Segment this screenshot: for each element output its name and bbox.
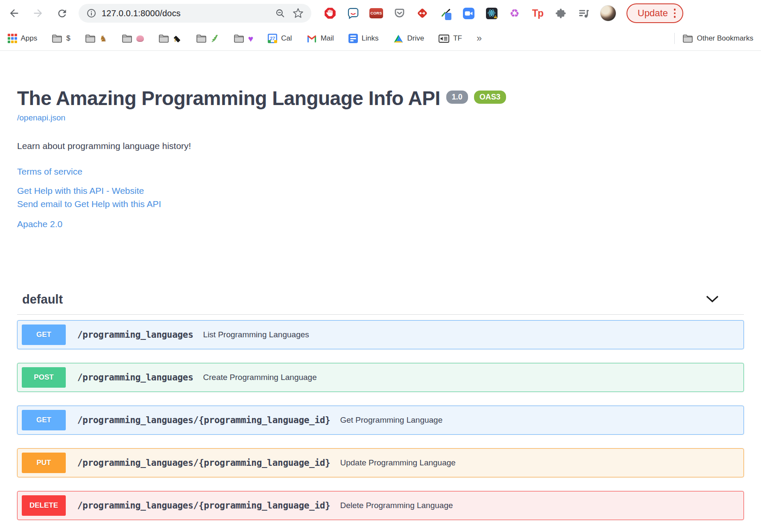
folder-icon — [158, 34, 169, 43]
section-collapse-button[interactable] — [705, 295, 719, 304]
bookmark-label: TF — [453, 34, 462, 43]
tf-card-icon — [439, 35, 449, 43]
back-button[interactable] — [7, 6, 21, 20]
music-playlist-icon — [578, 8, 590, 19]
bookmark-folder-carousel[interactable]: ♞ — [85, 34, 107, 43]
browser-menu-icon[interactable] — [674, 9, 676, 18]
other-bookmarks-button[interactable]: Other Bookmarks — [682, 34, 753, 43]
endpoint-row-put-update[interactable]: PUT /programming_languages/{programming_… — [17, 448, 744, 477]
folder-icon — [682, 34, 693, 43]
terms-of-service-link[interactable]: Terms of service — [17, 167, 744, 177]
folder-icon — [85, 34, 96, 43]
bookmark-label: Other Bookmarks — [697, 34, 753, 43]
extensions-menu-button[interactable] — [555, 7, 567, 19]
endpoint-row-get-one[interactable]: GET /programming_languages/{programming_… — [17, 406, 744, 435]
method-badge: PUT — [22, 453, 66, 473]
zoom-extension-button[interactable] — [462, 7, 474, 19]
chevron-down-icon — [705, 295, 719, 304]
red-diamond-icon — [416, 7, 428, 19]
reload-icon — [56, 8, 68, 19]
chrome-update-button[interactable]: Update — [626, 3, 683, 23]
bookmark-label: Mail — [321, 34, 334, 43]
video-camera-icon — [463, 8, 474, 19]
pocket-icon — [394, 8, 405, 19]
adblock-extension-button[interactable] — [324, 7, 336, 19]
refactor-extension-button[interactable] — [416, 7, 428, 19]
profile-avatar[interactable] — [600, 5, 616, 21]
bookmarks-overflow-button[interactable]: » — [477, 33, 482, 44]
extensions-row: CORS — [324, 7, 590, 19]
section-header-default[interactable]: default — [17, 292, 744, 315]
api-title-row: The Amazing Programming Language Info AP… — [17, 87, 744, 110]
bookmark-label: Apps — [21, 34, 38, 43]
method-badge: GET — [22, 324, 66, 345]
bookmark-folder-brain[interactable] — [122, 34, 144, 43]
color-swatch — [445, 13, 451, 20]
bookmark-label: $ — [66, 34, 70, 43]
method-badge: POST — [22, 367, 66, 388]
react-atom-icon — [486, 8, 498, 19]
bookmark-calendar[interactable]: 27 Cal — [268, 34, 292, 43]
reload-button[interactable] — [55, 6, 69, 20]
endpoint-path: /programming_languages — [77, 372, 193, 383]
react-devtools-extension-button[interactable] — [486, 7, 498, 19]
chat-extension-button[interactable] — [347, 7, 359, 19]
bookmark-folder-favorites[interactable]: ♥ — [234, 34, 253, 43]
cors-extension-button[interactable]: CORS — [370, 7, 382, 19]
help-email-link[interactable]: Send email to Get Help with this API — [17, 199, 744, 209]
endpoint-path: /programming_languages/{programming_lang… — [77, 415, 330, 425]
bookmark-drive[interactable]: Drive — [393, 34, 424, 43]
herb-icon — [211, 34, 219, 43]
bookmark-label: Drive — [407, 34, 424, 43]
bookmark-star-button[interactable] — [293, 8, 304, 19]
tp-extension-button[interactable]: Tp — [532, 7, 544, 19]
drive-icon — [393, 34, 404, 43]
bookmark-tf[interactable]: TF — [439, 34, 462, 43]
endpoint-row-delete[interactable]: DELETE /programming_languages/{programmi… — [17, 491, 744, 520]
openapi-spec-link[interactable]: /openapi.json — [17, 113, 65, 123]
url-text[interactable]: 127.0.0.1:8000/docs — [102, 9, 268, 18]
license-link[interactable]: Apache 2.0 — [17, 219, 744, 229]
folder-icon — [196, 34, 207, 43]
bookmark-folder-herb[interactable] — [196, 34, 219, 43]
browser-toolbar: 127.0.0.1:8000/docs — [0, 0, 761, 26]
help-website-link[interactable]: Get Help with this API - Website — [17, 186, 744, 196]
endpoint-path: /programming_languages — [77, 330, 193, 340]
endpoint-row-post-create[interactable]: POST /programming_languages Create Progr… — [17, 363, 744, 392]
bookmark-apps[interactable]: Apps — [8, 34, 37, 43]
oas-badge: OAS3 — [474, 91, 506, 104]
site-info-icon[interactable] — [86, 8, 97, 18]
api-description: Learn about programming language history… — [17, 141, 744, 151]
url-bar[interactable]: 127.0.0.1:8000/docs — [79, 4, 311, 23]
bookmark-folder-money[interactable]: $ — [52, 34, 70, 43]
forward-button[interactable] — [31, 6, 45, 20]
other-bookmarks-group: Other Bookmarks — [674, 33, 753, 44]
method-badge: GET — [22, 410, 66, 430]
zoom-out-button[interactable] — [275, 8, 286, 19]
carousel-horse-icon: ♞ — [100, 34, 107, 43]
colorpicker-extension-button[interactable] — [439, 7, 451, 19]
bookmark-mail[interactable]: Mail — [307, 34, 334, 43]
apps-grid-icon — [8, 34, 17, 43]
bookmark-links[interactable]: Links — [348, 34, 379, 43]
folder-icon — [122, 34, 132, 43]
method-badge: DELETE — [22, 495, 66, 516]
calendar-icon: 27 — [268, 34, 277, 43]
endpoint-path: /programming_languages/{programming_lang… — [77, 458, 330, 468]
page-title: The Amazing Programming Language Info AP… — [17, 87, 440, 110]
brain-icon — [136, 35, 144, 42]
star-icon — [293, 8, 304, 19]
graduation-cap-icon — [173, 35, 181, 42]
section-title: default — [22, 292, 63, 307]
bookmark-folder-education[interactable] — [158, 34, 181, 43]
endpoint-path: /programming_languages/{programming_lang… — [77, 500, 330, 511]
pocket-extension-button[interactable] — [393, 7, 405, 19]
playlist-extension-button[interactable] — [578, 7, 590, 19]
swagger-page: The Amazing Programming Language Info AP… — [0, 87, 761, 520]
endpoint-row-get-list[interactable]: GET /programming_languages List Programm… — [17, 320, 744, 349]
speech-bubble-icon — [347, 7, 359, 19]
recycle-icon: ♻ — [509, 8, 519, 19]
gmail-icon — [307, 34, 317, 43]
endpoint-summary: Update Programming Language — [340, 458, 455, 468]
recycle-extension-button[interactable]: ♻ — [509, 7, 521, 19]
